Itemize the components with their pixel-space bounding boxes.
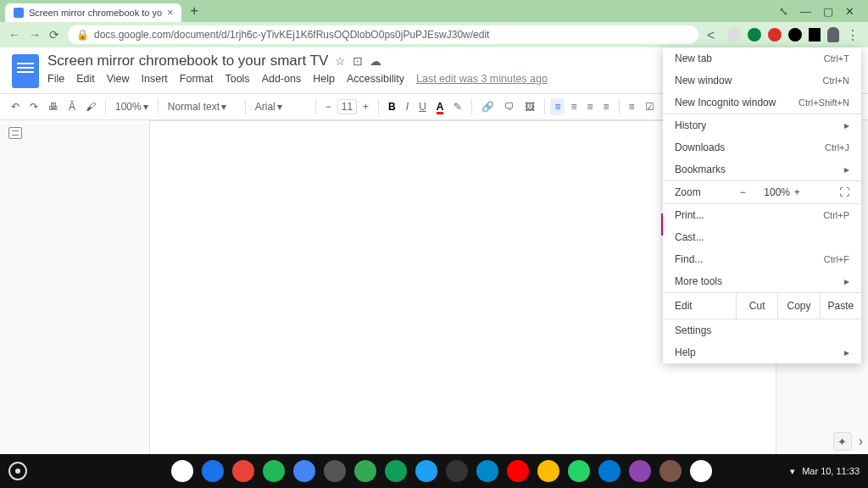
shelf-app-4[interactable] xyxy=(293,460,315,482)
profile-icon[interactable] xyxy=(827,27,839,42)
share-icon[interactable]: < xyxy=(707,28,721,42)
fullscreen-icon[interactable]: ⛶ xyxy=(839,186,849,198)
menu-file[interactable]: File xyxy=(47,73,64,85)
shelf-app-3[interactable] xyxy=(263,460,285,482)
style-select[interactable]: Normal text ▾ xyxy=(164,98,240,115)
zoom-out-button[interactable]: − xyxy=(737,186,748,198)
shelf-app-15[interactable] xyxy=(629,460,651,482)
star-icon[interactable] xyxy=(727,28,741,42)
menu-downloads[interactable]: DownloadsCtrl+J xyxy=(663,136,861,158)
line-spacing-icon[interactable]: ≡ xyxy=(625,98,639,115)
new-tab-button[interactable]: + xyxy=(185,2,203,20)
menu-view[interactable]: View xyxy=(107,73,130,85)
extensions-icon[interactable] xyxy=(809,28,821,42)
last-edit-text[interactable]: Last edit was 3 minutes ago xyxy=(416,73,548,85)
shelf-app-0[interactable] xyxy=(171,460,193,482)
image-icon[interactable]: 🖼 xyxy=(520,98,539,115)
menu-new-tab[interactable]: New tabCtrl+T xyxy=(663,47,861,69)
align-left-icon[interactable]: ≡ xyxy=(550,98,565,115)
cut-button[interactable]: Cut xyxy=(736,293,777,319)
menu-settings[interactable]: Settings xyxy=(663,319,861,341)
side-panel-toggle-icon[interactable]: › xyxy=(859,434,863,449)
shelf-app-11[interactable] xyxy=(507,460,529,482)
menu-history[interactable]: History▸ xyxy=(663,114,861,136)
shelf-app-12[interactable] xyxy=(537,460,559,482)
move-icon[interactable]: ⊡ xyxy=(353,54,363,68)
menu-tools[interactable]: Tools xyxy=(225,73,249,85)
undo-icon[interactable]: ↶ xyxy=(7,98,24,115)
shelf-app-7[interactable] xyxy=(385,460,407,482)
comment-icon[interactable]: 🗨 xyxy=(500,98,519,115)
star-icon[interactable]: ☆ xyxy=(335,54,346,68)
shelf-app-16[interactable] xyxy=(659,460,682,482)
outline-icon[interactable] xyxy=(8,127,22,139)
system-tray[interactable]: ▾ Mar 10, 11:33 xyxy=(790,466,860,477)
font-size-input[interactable]: 11 xyxy=(337,99,357,114)
menu-new-incognito[interactable]: New Incognito windowCtrl+Shift+N xyxy=(663,92,861,114)
close-window-icon[interactable]: ✕ xyxy=(845,5,854,18)
menu-edit[interactable]: Edit xyxy=(76,73,95,85)
explore-button[interactable]: ✦ xyxy=(833,432,852,451)
checklist-icon[interactable]: ☑ xyxy=(641,98,659,115)
zoom-in-button[interactable]: + xyxy=(791,186,803,198)
menu-accessibility[interactable]: Accessibility xyxy=(347,73,404,85)
shelf-app-13[interactable] xyxy=(568,460,590,482)
spellcheck-icon[interactable]: Ā xyxy=(64,98,80,115)
underline-button[interactable]: U xyxy=(415,98,431,115)
redo-icon[interactable]: ↷ xyxy=(25,98,42,115)
cloud-icon[interactable]: ☁ xyxy=(370,54,381,68)
extension-1-icon[interactable] xyxy=(748,28,761,42)
browser-tab[interactable]: Screen mirror chromebook to yo × xyxy=(5,3,181,22)
shelf-app-2[interactable] xyxy=(232,460,254,482)
highlight-button[interactable]: ✎ xyxy=(449,98,466,115)
expand-icon[interactable]: ⤡ xyxy=(779,5,788,18)
menu-format[interactable]: Format xyxy=(180,73,214,85)
menu-find[interactable]: Find...Ctrl+F xyxy=(663,248,861,270)
menu-cast[interactable]: Cast... xyxy=(663,226,861,248)
shelf-app-8[interactable] xyxy=(415,460,437,482)
menu-help[interactable]: Help xyxy=(313,73,335,85)
minimize-icon[interactable]: — xyxy=(800,5,811,18)
link-icon[interactable]: 🔗 xyxy=(477,98,498,115)
more-menu-icon[interactable]: ⋮ xyxy=(846,27,860,43)
copy-button[interactable]: Copy xyxy=(777,293,819,319)
font-dec-button[interactable]: − xyxy=(321,98,336,115)
align-center-icon[interactable]: ≡ xyxy=(566,98,581,115)
docs-logo-icon[interactable] xyxy=(12,54,39,88)
back-icon[interactable]: ← xyxy=(8,28,20,42)
url-input[interactable]: 🔒 docs.google.com/document/d/1rjh6c-yTiv… xyxy=(68,25,698,44)
reload-icon[interactable]: ⟳ xyxy=(49,28,59,42)
menu-addons[interactable]: Add-ons xyxy=(262,73,302,85)
font-select[interactable]: Arial ▾ xyxy=(251,98,310,115)
menu-print[interactable]: Print...Ctrl+P xyxy=(663,204,861,226)
italic-button[interactable]: I xyxy=(402,98,413,115)
maximize-icon[interactable]: ▢ xyxy=(823,5,833,18)
menu-more-tools[interactable]: More tools▸ xyxy=(663,270,861,292)
align-right-icon[interactable]: ≡ xyxy=(583,98,598,115)
forward-icon[interactable]: → xyxy=(29,28,41,42)
shelf-app-6[interactable] xyxy=(354,460,376,482)
menu-insert[interactable]: Insert xyxy=(142,73,168,85)
close-icon[interactable]: × xyxy=(167,7,173,19)
menu-help-submenu[interactable]: Help▸ xyxy=(663,341,861,363)
document-title[interactable]: Screen mirror chromebook to your smart T… xyxy=(47,53,328,69)
text-color-button[interactable]: A xyxy=(437,101,444,113)
shelf-app-10[interactable] xyxy=(476,460,498,482)
shelf-app-17[interactable] xyxy=(690,460,712,482)
shelf-app-14[interactable] xyxy=(598,460,620,482)
menu-bookmarks[interactable]: Bookmarks▸ xyxy=(663,158,861,180)
align-justify-icon[interactable]: ≡ xyxy=(599,98,614,115)
print-icon[interactable]: 🖶 xyxy=(44,98,63,115)
font-inc-button[interactable]: + xyxy=(359,98,373,115)
menu-new-window[interactable]: New windowCtrl+N xyxy=(663,69,861,92)
bold-button[interactable]: B xyxy=(384,98,400,115)
shelf-app-9[interactable] xyxy=(446,460,468,482)
zoom-select[interactable]: 100% ▾ xyxy=(111,98,153,115)
paint-format-icon[interactable]: 🖌 xyxy=(81,98,100,115)
extension-2-icon[interactable] xyxy=(768,28,782,42)
extension-3-icon[interactable] xyxy=(788,28,802,42)
launcher-icon[interactable] xyxy=(8,462,27,480)
paste-button[interactable]: Paste xyxy=(820,293,861,319)
shelf-app-5[interactable] xyxy=(324,460,346,482)
shelf-app-1[interactable] xyxy=(202,460,224,482)
